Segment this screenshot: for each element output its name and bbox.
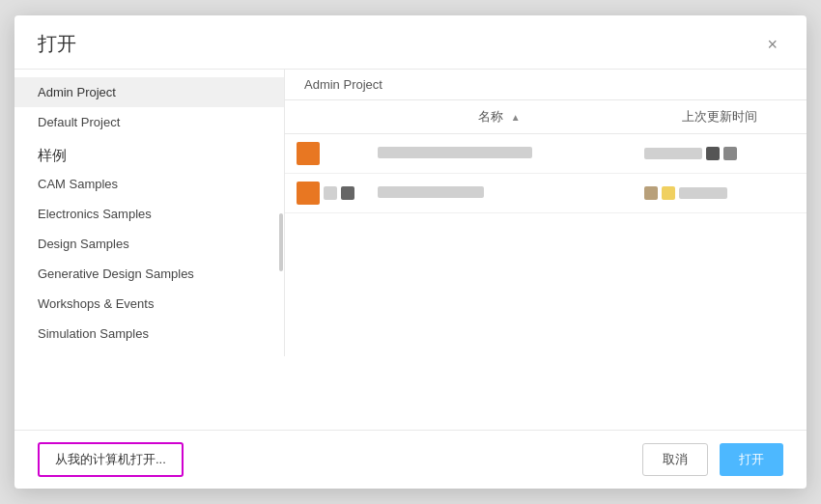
file-icon-cell [285, 174, 366, 213]
file-name-cell [366, 174, 633, 213]
table-row[interactable] [285, 134, 807, 174]
file-updated-icons [644, 186, 795, 200]
scrollbar[interactable] [279, 213, 283, 271]
sidebar-section-samples: 样例 [14, 137, 284, 169]
date-blurred [644, 148, 702, 159]
sort-arrow-icon: ▲ [511, 112, 521, 123]
file-name-cell [366, 134, 633, 174]
close-button[interactable]: × [761, 34, 783, 55]
sidebar-item-admin-project[interactable]: Admin Project [14, 77, 284, 107]
sidebar-item-simulation-samples[interactable]: Simulation Samples [14, 319, 284, 349]
cancel-button[interactable]: 取消 [642, 443, 708, 476]
main-panel: Admin Project 名称 ▲ 上次更新时间 [285, 70, 807, 430]
from-computer-button[interactable]: 从我的计算机打开... [38, 442, 184, 477]
dialog-title: 打开 [38, 31, 76, 57]
sidebar-item-workshops-events[interactable]: Workshops & Events [14, 289, 284, 319]
dialog-body: Admin Project Default Project 样例 CAM Sam… [14, 70, 807, 430]
file-sub-icon-light [324, 186, 337, 200]
sidebar-item-design-samples[interactable]: Design Samples [14, 229, 284, 259]
file-updated-icons [644, 147, 795, 160]
sidebar-item-cam-samples[interactable]: CAM Samples [14, 169, 284, 199]
file-table: 名称 ▲ 上次更新时间 [285, 100, 807, 430]
dialog-footer: 从我的计算机打开... 取消 打开 [14, 430, 807, 489]
status-icon-dark [706, 147, 720, 160]
status-icon-yellow [662, 186, 675, 200]
footer-actions: 取消 打开 [642, 443, 783, 476]
col-name-header[interactable]: 名称 ▲ [366, 100, 633, 134]
open-dialog: 打开 × Admin Project Default Project 样例 CA… [14, 15, 807, 489]
file-updated-cell [633, 134, 807, 174]
dialog-header: 打开 × [14, 15, 807, 70]
file-sub-icon-dark [341, 186, 354, 200]
table-row[interactable] [285, 174, 807, 213]
file-icon [297, 182, 320, 205]
file-icon [297, 142, 320, 165]
breadcrumb: Admin Project [285, 70, 807, 100]
sidebar-wrapper: Admin Project Default Project 样例 CAM Sam… [14, 70, 285, 430]
file-name-blurred [378, 147, 532, 158]
file-updated-cell [633, 174, 807, 213]
file-icon-cell [285, 134, 366, 174]
sidebar-item-default-project[interactable]: Default Project [14, 107, 284, 137]
date-blurred [679, 187, 727, 199]
file-name-blurred [378, 186, 484, 198]
status-icon-gray [723, 147, 737, 160]
sidebar-item-generative-design-samples[interactable]: Generative Design Samples [14, 259, 284, 289]
open-button[interactable]: 打开 [720, 443, 783, 476]
col-icon-header [285, 100, 366, 134]
sidebar: Admin Project Default Project 样例 CAM Sam… [14, 70, 285, 356]
status-icon-tan [644, 186, 658, 200]
sidebar-item-electronics-samples[interactable]: Electronics Samples [14, 199, 284, 229]
col-updated-header: 上次更新时间 [633, 100, 807, 134]
